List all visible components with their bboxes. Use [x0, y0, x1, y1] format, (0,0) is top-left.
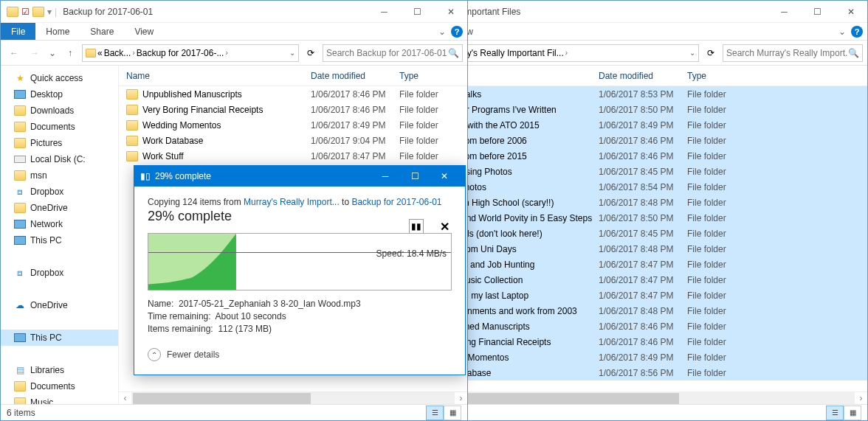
table-row[interactable]: Emails from before 20061/06/2017 8:46 PM…: [407, 133, 867, 148]
nav-pane[interactable]: ★Quick accessDesktopDownloadsDocumentsPi…: [1, 66, 119, 404]
table-row[interactable]: Emails from before 20151/06/2017 8:46 PM…: [407, 148, 867, 164]
table-row[interactable]: Passwords (don't look here!)1/06/2017 8:…: [407, 226, 867, 241]
table-row[interactable]: Church Talks1/06/2017 8:53 PMFile folder: [407, 86, 867, 102]
nav-item[interactable]: [1, 281, 118, 297]
titlebar[interactable]: rray's Really Important Files ─ ☐ ✕: [399, 1, 867, 23]
nav-item[interactable]: [1, 248, 118, 265]
nav-item[interactable]: Documents: [1, 378, 118, 394]
table-row[interactable]: Unpublished Manuscripts1/06/2017 8:46 PM…: [119, 86, 467, 102]
maximize-button[interactable]: ☐: [401, 1, 434, 22]
breadcrumb-seg[interactable]: Backup for 2017-06-...›: [137, 48, 228, 58]
table-row[interactable]: Work Database1/06/2017 9:04 PMFile folde…: [119, 133, 467, 148]
ribbon-collapse-icon[interactable]: ⌄: [836, 27, 848, 37]
qat-icon[interactable]: ☑: [21, 7, 30, 17]
tab-view[interactable]: View: [124, 23, 164, 40]
tab-share[interactable]: Share: [80, 23, 124, 40]
maximize-button[interactable]: ☐: [801, 1, 834, 22]
view-icons-button[interactable]: ▦: [844, 406, 861, 420]
search-icon[interactable]: 🔍: [448, 48, 459, 58]
table-row[interactable]: Work Stuff1/06/2017 8:47 PMFile folder: [119, 148, 467, 164]
col-type[interactable]: Type: [399, 71, 466, 81]
close-button[interactable]: ✕: [434, 1, 467, 22]
nav-item[interactable]: Documents: [1, 119, 118, 135]
nav-item[interactable]: ☁OneDrive: [1, 297, 118, 313]
table-row[interactable]: Family Photos1/06/2017 8:54 PMFile folde…: [407, 179, 867, 195]
nav-item[interactable]: OneDrive: [1, 200, 118, 216]
nav-item[interactable]: This PC: [1, 232, 118, 248]
table-row[interactable]: Wedding Momentos1/06/2017 8:49 PMFile fo…: [407, 349, 867, 365]
col-name[interactable]: Name: [119, 71, 311, 81]
tab-home[interactable]: Home: [35, 23, 80, 40]
copy-source-link[interactable]: Murray's Really Import...: [244, 197, 340, 207]
table-row[interactable]: Work Database1/06/2017 8:56 PMFile folde…: [407, 365, 867, 380]
table-row[interactable]: Resumes and Job Hunting1/06/2017 8:47 PM…: [407, 257, 867, 272]
dialog-maximize-button[interactable]: ☐: [400, 166, 430, 187]
titlebar[interactable]: ☑ ▾ | Backup for 2017-06-01 ─ ☐ ✕: [1, 1, 467, 23]
nav-item[interactable]: This PC: [1, 330, 118, 346]
file-rows[interactable]: Church Talks1/06/2017 8:53 PMFile folder…: [399, 86, 867, 392]
nav-forward-button[interactable]: →: [26, 44, 44, 62]
nav-item[interactable]: Pictures: [1, 135, 118, 151]
nav-item[interactable]: [1, 313, 118, 330]
nav-item[interactable]: Desktop: [1, 86, 118, 102]
minimize-button[interactable]: ─: [768, 1, 801, 22]
nav-back-button[interactable]: ←: [5, 44, 23, 62]
dialog-minimize-button[interactable]: ─: [371, 166, 400, 187]
nav-item[interactable]: Downloads: [1, 102, 118, 119]
search-input[interactable]: [726, 48, 848, 58]
horizontal-scrollbar[interactable]: ‹ ›: [399, 392, 867, 404]
col-date[interactable]: Date modified: [599, 71, 687, 81]
view-icons-button[interactable]: ▦: [444, 406, 461, 420]
nav-item[interactable]: msn: [1, 167, 118, 184]
nav-history-icon[interactable]: ⌄: [46, 48, 58, 58]
search-icon[interactable]: 🔍: [848, 48, 859, 58]
help-icon[interactable]: ?: [851, 26, 863, 38]
view-details-button[interactable]: ☰: [826, 406, 844, 420]
pause-button[interactable]: ▮▮: [409, 219, 424, 234]
search-box[interactable]: 🔍: [323, 44, 463, 62]
column-headers[interactable]: Name Date modified Type: [399, 66, 867, 86]
table-row[interactable]: Stuff from my last Laptop1/06/2017 8:47 …: [407, 288, 867, 303]
nav-item[interactable]: Local Disk (C:: [1, 151, 118, 167]
column-headers[interactable]: Name Date modified Type: [119, 66, 467, 86]
minimize-button[interactable]: ─: [368, 1, 401, 22]
col-type[interactable]: Type: [687, 71, 754, 81]
dialog-titlebar[interactable]: ▮▯ 29% complete ─ ☐ ✕: [134, 166, 465, 187]
table-row[interactable]: Computer Programs I've Written1/06/2017 …: [407, 102, 867, 117]
qat-dropdown-icon[interactable]: ▾: [47, 7, 52, 17]
breadcrumb-seg[interactable]: «: [97, 48, 103, 58]
nav-up-button[interactable]: ↑: [61, 44, 79, 62]
table-row[interactable]: Very Boring Financial Receipts1/06/2017 …: [407, 334, 867, 349]
copy-dest-link[interactable]: Backup for 2017-06-01: [351, 197, 441, 207]
breadcrumb-dropdown-icon[interactable]: ⌄: [689, 49, 695, 57]
table-row[interactable]: Unpublished Manuscripts1/06/2017 8:46 PM…: [407, 319, 867, 334]
table-row[interactable]: Files from High School (scary!!)1/06/201…: [407, 195, 867, 210]
horizontal-scrollbar[interactable]: ‹ ›: [119, 392, 467, 404]
nav-item[interactable]: ★Quick access: [1, 70, 118, 86]
breadcrumb-dropdown-icon[interactable]: ⌄: [289, 49, 295, 57]
nav-item[interactable]: ▤Libraries: [1, 362, 118, 378]
ribbon-collapse-icon[interactable]: ⌄: [436, 27, 448, 37]
table-row[interactable]: Photos from Uni Days1/06/2017 8:48 PMFil…: [407, 241, 867, 257]
search-input[interactable]: [326, 48, 448, 58]
table-row[interactable]: How to End World Povity in 5 Easy Steps1…: [407, 210, 867, 226]
view-details-button[interactable]: ☰: [426, 406, 444, 420]
table-row[interactable]: Uni Assignments and work from 20031/06/2…: [407, 303, 867, 319]
table-row[interactable]: Embarassing Photos1/06/2017 8:45 PMFile …: [407, 164, 867, 179]
table-row[interactable]: Dealings with the ATO 20151/06/2017 8:49…: [407, 117, 867, 133]
breadcrumb[interactable]: « Back...› Backup for 2017-06-...› ⌄: [82, 44, 299, 62]
nav-item[interactable]: ⧈Dropbox: [1, 184, 118, 200]
refresh-button[interactable]: ⟳: [302, 44, 320, 62]
refresh-button[interactable]: ⟳: [702, 44, 720, 62]
close-button[interactable]: ✕: [834, 1, 867, 22]
nav-item[interactable]: Music: [1, 394, 118, 404]
dialog-close-button[interactable]: ✕: [430, 166, 459, 187]
nav-item[interactable]: ⧈Dropbox: [1, 265, 118, 281]
fewer-details-toggle[interactable]: ⌃ Fewer details: [148, 348, 452, 367]
table-row[interactable]: Very Boring Financial Receipts1/06/2017 …: [119, 102, 467, 117]
nav-item[interactable]: Network: [1, 216, 118, 232]
table-row[interactable]: Secret Music Collection1/06/2017 8:47 PM…: [407, 272, 867, 288]
table-row[interactable]: Wedding Momentos1/06/2017 8:49 PMFile fo…: [119, 117, 467, 133]
cancel-button[interactable]: ✕: [437, 219, 452, 234]
col-date[interactable]: Date modified: [311, 71, 399, 81]
